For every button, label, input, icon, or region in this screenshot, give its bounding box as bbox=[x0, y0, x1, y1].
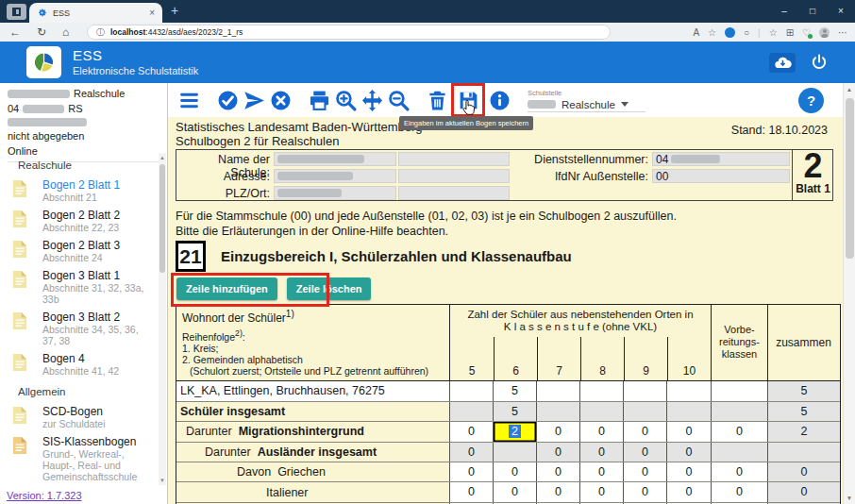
printer-button[interactable] bbox=[306, 87, 332, 113]
more-menu-icon[interactable]: ⋯ bbox=[838, 27, 847, 38]
cell-value[interactable]: 0 bbox=[711, 422, 767, 441]
cell-value[interactable]: 0 bbox=[536, 462, 579, 481]
sidebar-item-sis-klassenbogen[interactable]: SIS-Klassenbogen Grund-, Werkreal-, Haup… bbox=[0, 432, 159, 485]
cell-value[interactable]: 0 bbox=[623, 482, 666, 501]
app-header: ESS Elektronische Schulstatistik bbox=[0, 42, 855, 83]
favorite-star-icon[interactable]: ☆ bbox=[708, 27, 716, 38]
help-button[interactable]: ? bbox=[798, 88, 824, 113]
sidebar-scrollbar[interactable]: ▲ ▼ bbox=[159, 153, 166, 485]
scroll-up-icon[interactable]: ▲ bbox=[159, 155, 166, 160]
cell-value[interactable]: 0 bbox=[579, 482, 623, 501]
field-lfdnr-aussenstelle[interactable]: 00 bbox=[652, 169, 790, 183]
cell-value[interactable]: 0 bbox=[711, 482, 767, 501]
redacted-school-line bbox=[8, 118, 87, 126]
tab-actions-button[interactable] bbox=[7, 4, 26, 20]
field-dienststellennummer[interactable]: 04 bbox=[652, 152, 790, 166]
sidebar-item-title: Bogen 2 Blatt 2 bbox=[42, 209, 155, 222]
cloud-download-button[interactable] bbox=[769, 53, 796, 73]
column-header-7: 7 bbox=[537, 337, 580, 380]
version-link[interactable]: Version: 1.7.323 bbox=[7, 490, 82, 501]
trash-button[interactable] bbox=[424, 87, 450, 113]
zoom-in-button[interactable] bbox=[332, 87, 359, 113]
cell-value[interactable]: 0 bbox=[666, 462, 711, 481]
cell-value[interactable]: 0 bbox=[666, 482, 711, 501]
collections-icon[interactable]: ⊞ bbox=[786, 27, 794, 38]
menu-button[interactable] bbox=[176, 87, 202, 113]
cell-value[interactable]: 0 bbox=[579, 462, 623, 481]
back-icon[interactable]: ← bbox=[9, 25, 21, 39]
section-title: Einzugsbereich I, Schülerzahlen und Klas… bbox=[221, 248, 572, 264]
sidebar-item-bogen-2-blatt-1[interactable]: Bogen 2 Blatt 1 Abschnitt 21 bbox=[0, 176, 159, 206]
move-button[interactable] bbox=[359, 87, 385, 113]
address-bar[interactable]: ⓘ localhost:4432/asd/aes/2023/2_1_rs bbox=[87, 25, 611, 40]
sidebar-item-bogen-3-blatt-1[interactable]: Bogen 3 Blatt 1 Abschnitte 31, 32, 33a, … bbox=[0, 266, 159, 308]
info-button[interactable] bbox=[486, 87, 512, 113]
refresh-icon[interactable]: ↻ bbox=[37, 25, 46, 39]
maximize-button[interactable]: □ bbox=[798, 0, 827, 23]
main-scrollbar[interactable]: ▲ ▼ bbox=[843, 83, 855, 504]
cell-value[interactable] bbox=[449, 381, 493, 401]
field-plz-ort[interactable] bbox=[274, 186, 396, 200]
cell-value[interactable]: 0 bbox=[449, 482, 493, 501]
send-button[interactable] bbox=[241, 87, 267, 113]
zoom-out-button[interactable] bbox=[385, 87, 411, 113]
cell-value[interactable]: 0 bbox=[449, 422, 493, 441]
cell-value[interactable]: 0 bbox=[493, 462, 536, 481]
favorites-bar-icon[interactable]: ☆ bbox=[769, 27, 778, 38]
sidebar-item-bogen-4[interactable]: Bogen 4 Abschnitte 41, 42 bbox=[0, 349, 159, 379]
table-row: DarunterAusländer insgesamt00000 bbox=[176, 442, 840, 462]
minimize-button[interactable]: – bbox=[770, 0, 798, 23]
cell-value[interactable]: 5 bbox=[493, 381, 536, 401]
sidebar-item-bogen-2-blatt-2[interactable]: Bogen 2 Blatt 2 Abschnitte 22, 23 bbox=[0, 206, 159, 236]
close-button[interactable]: × bbox=[827, 0, 855, 23]
site-info-icon[interactable]: ⓘ bbox=[96, 26, 105, 39]
cell-value[interactable] bbox=[579, 381, 623, 401]
cell-value[interactable] bbox=[536, 381, 579, 401]
cell-value[interactable]: 0 bbox=[623, 422, 666, 441]
extension-round-icon[interactable]: ○ bbox=[744, 27, 749, 38]
cell-value[interactable]: 0 bbox=[449, 462, 493, 481]
menu-icon bbox=[177, 89, 201, 112]
field-plz-ort-2[interactable] bbox=[398, 186, 510, 200]
sidebar-item-scd-bogen[interactable]: SCD-Bogen zur Schuldatei bbox=[0, 402, 159, 432]
scroll-down-icon[interactable]: ▼ bbox=[159, 478, 166, 483]
browser-tab[interactable]: ESS × bbox=[29, 3, 162, 23]
home-icon[interactable]: ⌂ bbox=[62, 25, 69, 39]
browser-essentials-icon[interactable]: ♡ bbox=[802, 27, 811, 38]
divider: | bbox=[758, 27, 761, 38]
schulstelle-select[interactable]: Schulstelle Realschule bbox=[528, 89, 645, 112]
profile-avatar[interactable] bbox=[819, 27, 830, 38]
extension-blue-icon[interactable] bbox=[725, 27, 735, 38]
chevron-down-icon[interactable] bbox=[621, 102, 629, 107]
cell-value[interactable] bbox=[666, 381, 711, 401]
sidebar-item-bogen-2-blatt-3[interactable]: Bogen 2 Blatt 3 Abschnitte 24 bbox=[0, 236, 159, 266]
schulstelle-value: Realschule bbox=[562, 99, 615, 110]
cell-value[interactable] bbox=[711, 381, 767, 401]
field-adresse[interactable] bbox=[274, 169, 396, 183]
check-circle-button[interactable] bbox=[214, 87, 241, 113]
tab-close-icon[interactable]: × bbox=[149, 8, 155, 18]
cell-value[interactable]: 0 bbox=[493, 482, 536, 501]
cell-value[interactable]: 0 bbox=[711, 462, 767, 481]
scroll-up-icon[interactable]: ▲ bbox=[844, 86, 855, 92]
field-school-name[interactable] bbox=[274, 152, 396, 166]
cell-value[interactable] bbox=[623, 381, 666, 401]
cell-value[interactable]: 0 bbox=[623, 462, 666, 481]
field-adresse-2[interactable] bbox=[398, 169, 510, 183]
logout-power-button[interactable] bbox=[809, 52, 830, 73]
cell-value[interactable]: 0 bbox=[536, 482, 579, 501]
scroll-down-icon[interactable]: ▼ bbox=[844, 495, 855, 501]
cell-value[interactable]: 0 bbox=[666, 422, 711, 441]
cell-value[interactable]: 0 bbox=[536, 422, 579, 441]
row-label: Italiener bbox=[176, 482, 449, 501]
sidebar-item-bogen-3-blatt-2[interactable]: Bogen 3 Blatt 2 Abschnitte 34, 35, 36, 3… bbox=[0, 308, 159, 349]
selected-input-cell[interactable]: 2 bbox=[493, 422, 536, 441]
scrollbar-thumb[interactable] bbox=[159, 164, 165, 273]
sidebar-item-subtitle: Abschnitt 21 bbox=[42, 192, 155, 203]
new-tab-button[interactable]: + bbox=[171, 3, 178, 18]
read-aloud-icon[interactable]: A bbox=[693, 27, 699, 38]
field-school-name-2[interactable] bbox=[398, 152, 510, 166]
scrollbar-thumb[interactable] bbox=[846, 98, 854, 259]
close-circle-button[interactable] bbox=[267, 87, 293, 113]
cell-value[interactable]: 0 bbox=[579, 422, 623, 441]
